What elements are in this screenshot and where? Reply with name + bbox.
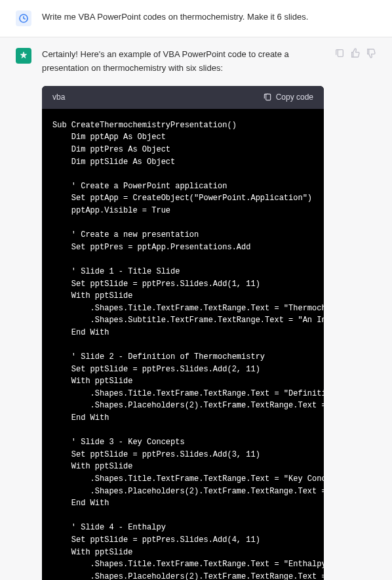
assistant-avatar-icon: [19, 51, 28, 60]
clipboard-icon: [263, 93, 272, 102]
assistant-message-row: Certainly! Here's an example of VBA Powe…: [0, 37, 392, 580]
user-message-row: Write me VBA PowerPoint codes on thermoc…: [0, 0, 392, 37]
thumbs-down-icon[interactable]: [366, 48, 376, 58]
assistant-message-content: Certainly! Here's an example of VBA Powe…: [42, 48, 324, 580]
code-header: vba Copy code: [42, 86, 324, 109]
copy-code-button[interactable]: Copy code: [263, 91, 313, 104]
message-actions: [334, 48, 376, 58]
code-content[interactable]: Sub CreateThermochemistryPresentation() …: [42, 109, 324, 580]
user-avatar-icon: [18, 13, 29, 24]
copy-code-label: Copy code: [276, 91, 313, 104]
thumbs-up-icon[interactable]: [350, 48, 361, 58]
svg-rect-1: [265, 94, 270, 100]
user-avatar: [16, 10, 31, 26]
code-language-label: vba: [52, 91, 65, 104]
copy-icon[interactable]: [334, 48, 345, 58]
assistant-avatar: [16, 48, 31, 64]
svg-rect-2: [338, 50, 343, 57]
user-message-text: Write me VBA PowerPoint codes on thermoc…: [42, 10, 376, 26]
assistant-intro-text: Certainly! Here's an example of VBA Powe…: [42, 48, 324, 75]
code-block: vba Copy code Sub CreateThermochemistryP…: [42, 86, 324, 580]
